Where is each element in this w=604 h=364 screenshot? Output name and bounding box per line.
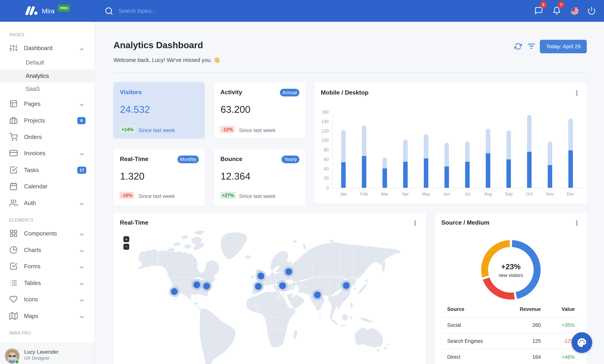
svg-text:May: May [422, 192, 430, 196]
svg-text:160: 160 [322, 110, 329, 114]
svg-text:0: 0 [326, 185, 329, 190]
svg-text:120: 120 [322, 128, 329, 133]
svg-text:Dec: Dec [567, 192, 575, 196]
svg-text:Jan: Jan [340, 192, 347, 196]
svg-text:40: 40 [324, 166, 329, 171]
svg-text:Feb: Feb [360, 192, 368, 196]
svg-text:Apr: Apr [402, 192, 409, 196]
svg-text:60: 60 [324, 157, 329, 162]
svg-text:100: 100 [322, 138, 329, 143]
svg-text:Aug: Aug [484, 192, 492, 196]
svg-text:140: 140 [322, 119, 329, 124]
svg-text:80: 80 [324, 148, 329, 152]
svg-text:Mar: Mar [381, 192, 389, 196]
svg-text:Jul: Jul [465, 192, 470, 196]
svg-text:Oct: Oct [526, 192, 533, 196]
svg-text:Jun: Jun [443, 192, 450, 196]
svg-text:20: 20 [324, 176, 329, 181]
svg-text:Nov: Nov [546, 192, 554, 196]
svg-text:Sep: Sep [505, 192, 513, 196]
